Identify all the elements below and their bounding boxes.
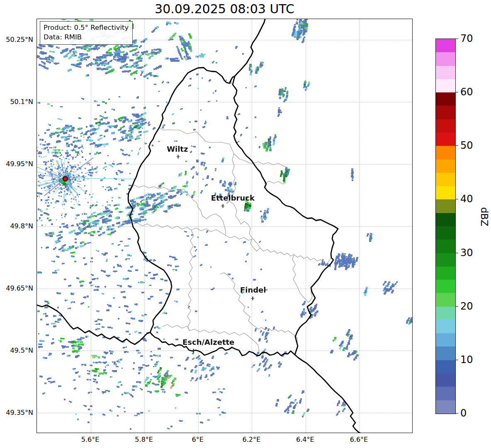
x-axis-tick-label: 6°E — [192, 436, 204, 443]
colorbar-segment — [436, 52, 455, 65]
x-axis-tick-label: 6.4°E — [296, 436, 314, 443]
map-plot-area: Product: 0.5° Reflectivity Data: RMIB Wi… — [36, 19, 413, 433]
colorbar-tick-label: 10 — [460, 354, 473, 366]
colorbar-tick — [455, 92, 458, 92]
colorbar-tick-label: 60 — [460, 86, 473, 98]
y-axis-tick-label: 49.5°N — [10, 346, 33, 354]
y-axis-tick-label: 50.1°N — [10, 98, 33, 106]
product-info-box: Product: 0.5° Reflectivity Data: RMIB — [40, 21, 133, 45]
figure-title: 30.09.2025 08:03 UTC — [36, 2, 413, 16]
x-axis-tick-label: 5.6°E — [81, 436, 100, 443]
city-marker-icon — [192, 349, 195, 353]
city-label: Ettelbruck — [211, 194, 255, 202]
colorbar-segment — [436, 160, 455, 173]
colorbar-segment — [436, 173, 455, 186]
colorbar-segment — [436, 213, 455, 226]
y-axis-tick-label: 50.25°N — [6, 36, 33, 44]
district-border — [129, 185, 226, 235]
colorbar-segment — [436, 266, 455, 280]
colorbar-tick — [455, 145, 458, 146]
colorbar-segment — [436, 79, 455, 92]
city-marker-icon — [176, 155, 180, 159]
colorbar-segment — [436, 226, 455, 240]
colorbar-segment — [436, 133, 455, 146]
colorbar-segment — [436, 199, 455, 213]
colorbar-segment — [436, 119, 455, 133]
colorbar-segment — [436, 186, 455, 199]
product-info-line2: Data: RMIB — [44, 33, 129, 42]
district-border — [226, 154, 260, 251]
colorbar-segment — [436, 373, 455, 387]
colorbar-tick — [455, 39, 458, 39]
country-border — [235, 19, 265, 76]
district-border — [187, 230, 194, 331]
colorbar-tick-label: 0 — [460, 407, 467, 419]
colorbar-segment — [436, 400, 455, 414]
colorbar-segment — [436, 320, 455, 333]
colorbar-tick-label: 40 — [460, 193, 473, 205]
y-axis-tick-label: 49.65°N — [6, 284, 33, 292]
district-border — [132, 223, 331, 264]
colorbar-segment — [436, 360, 455, 373]
colorbar-tick — [455, 199, 458, 199]
y-axis-tick-label: 49.8°N — [10, 222, 33, 230]
y-axis-tick-label: 49.35°N — [6, 409, 33, 417]
colorbar-segment — [436, 293, 455, 306]
city-label: Findel — [240, 286, 266, 294]
city-label: Wiltz — [167, 145, 188, 153]
x-axis-tick-label: 5.8°E — [135, 436, 153, 443]
colorbar-tick-label: 50 — [460, 140, 473, 151]
colorbar-segment — [436, 346, 455, 360]
colorbar-tick-label: 30 — [460, 247, 473, 259]
colorbar-tick — [455, 413, 458, 414]
district-border — [253, 162, 286, 167]
country-border — [128, 68, 338, 356]
colorbar-tick — [455, 306, 458, 307]
colorbar-segment — [436, 66, 455, 79]
colorbar-segment — [436, 387, 455, 400]
reflectivity-colorbar — [435, 39, 456, 414]
colorbar-segment — [436, 146, 455, 159]
city-label: Esch/Alzette — [182, 338, 234, 346]
country-borders-layer — [37, 19, 413, 433]
colorbar-tick-label: 70 — [460, 33, 473, 44]
district-border — [265, 181, 286, 184]
colorbar-axis-label: dBZ — [479, 200, 490, 233]
district-border — [292, 254, 312, 303]
district-border — [220, 273, 297, 342]
country-border — [37, 305, 150, 344]
colorbar-segment — [436, 333, 455, 346]
colorbar-segment — [436, 92, 455, 106]
country-border — [295, 355, 361, 433]
colorbar-segment — [436, 280, 455, 293]
radar-site-marker — [63, 176, 68, 182]
x-axis-tick-label: 6.6°E — [350, 436, 368, 443]
y-axis-tick-label: 49.95°N — [6, 160, 33, 168]
colorbar-segment — [436, 106, 455, 119]
colorbar-tick — [455, 253, 458, 253]
colorbar-segment — [436, 39, 455, 52]
colorbar-segment — [436, 307, 455, 320]
city-marker-icon — [221, 204, 225, 208]
colorbar-segment — [436, 253, 455, 266]
radar-figure: 30.09.2025 08:03 UTC Product: 0.5° Refle… — [0, 0, 491, 448]
colorbar-tick-label: 20 — [460, 300, 473, 312]
colorbar-segment — [436, 240, 455, 253]
x-axis-tick-label: 6.2°E — [243, 436, 261, 443]
colorbar-tick — [455, 360, 458, 360]
city-marker-icon — [251, 297, 255, 300]
product-info-line1: Product: 0.5° Reflectivity — [44, 23, 129, 33]
